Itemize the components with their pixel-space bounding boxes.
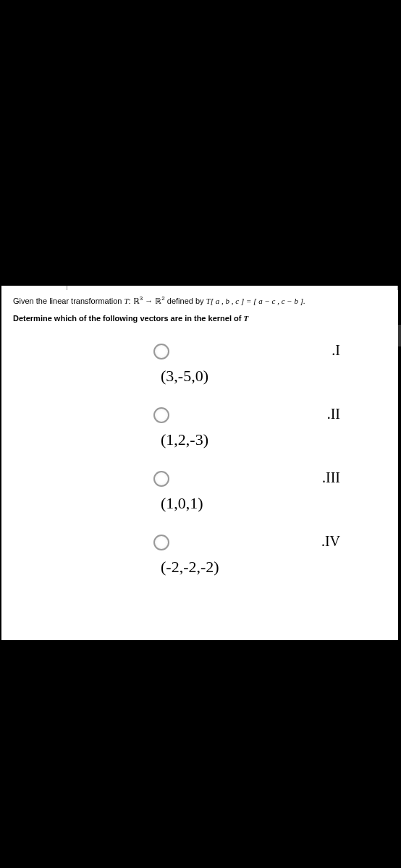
question-prompt: Given the linear transformation T: ℝ3 → … — [1, 286, 398, 328]
option-row-1: .I (3,-5,0) — [153, 342, 355, 386]
roman-label: .IV — [321, 533, 355, 550]
side-indicator — [398, 325, 401, 346]
radio-button[interactable] — [153, 535, 169, 550]
defined-by-text: defined by — [165, 297, 206, 305]
radio-button[interactable] — [153, 407, 169, 423]
option-row-3: .III (1,0,1) — [153, 469, 355, 513]
prompt-line2-T: T — [243, 314, 248, 323]
option-row-4: .IV (-2,-2,-2) — [153, 533, 355, 576]
roman-label: .I — [332, 342, 355, 359]
symbol-R2: ℝ — [155, 297, 161, 305]
options-list: .I (3,-5,0) .II (1,2,-3) .III (1,0,1) .I… — [1, 328, 398, 611]
roman-label: .III — [322, 469, 355, 486]
prompt-text-prefix: Given the linear transformation — [13, 297, 124, 305]
radio-button[interactable] — [153, 344, 169, 359]
arrow: → — [143, 297, 155, 305]
divider-mark — [67, 286, 67, 290]
prompt-line2: Determine which of the following vectors… — [13, 314, 243, 323]
option-row-2: .II (1,2,-3) — [153, 406, 355, 449]
option-vector: (1,0,1) — [153, 494, 355, 513]
divider-mark-right — [397, 286, 398, 290]
formula-rest: [ a , b , c ] = [ a − c , c − b ]. — [211, 297, 305, 305]
option-vector: (3,-5,0) — [153, 367, 355, 386]
symbol-R3: ℝ — [133, 297, 140, 305]
option-vector: (1,2,-3) — [153, 430, 355, 449]
option-vector: (-2,-2,-2) — [153, 558, 355, 576]
radio-button[interactable] — [153, 471, 169, 487]
roman-label: .II — [327, 406, 355, 422]
question-panel: Given the linear transformation T: ℝ3 → … — [1, 286, 398, 640]
